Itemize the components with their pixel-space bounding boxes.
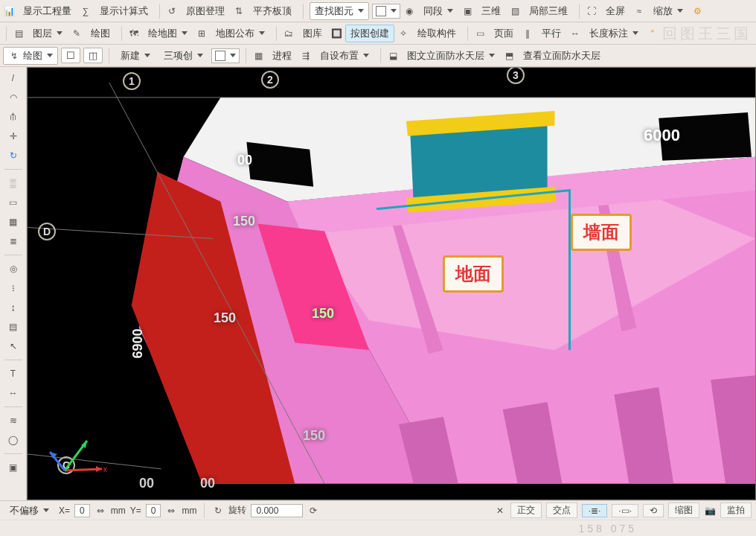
tb-create-by-draw[interactable]: 按图创建 — [345, 25, 394, 42]
dim-00-a: 00 — [237, 153, 252, 168]
status-y[interactable]: 0 — [146, 504, 161, 517]
side-text-icon[interactable]: T — [4, 366, 23, 382]
tb-lib[interactable]: 图库 — [298, 25, 327, 42]
tb3-create[interactable]: 新建 — [115, 47, 156, 65]
reset-icon: ↺ — [166, 5, 178, 17]
tb3-three[interactable]: 三项创 — [158, 47, 208, 65]
side-dim-icon[interactable]: ↔ — [4, 385, 23, 401]
tb3-draw[interactable]: ↯绘图 — [3, 47, 58, 65]
parallel-icon: ‖ — [522, 28, 534, 39]
generic-icon: 📊 — [3, 5, 15, 17]
lib-icon: 🗂 — [283, 28, 295, 39]
tb-display-qty[interactable]: 显示工程量 — [18, 2, 77, 20]
tb-draw[interactable]: 绘图 — [86, 25, 115, 42]
tb-find-elem[interactable]: 查找图元 — [310, 2, 369, 20]
tb-page[interactable]: 页面 — [489, 25, 519, 42]
side-grid-icon[interactable]: ▦ — [4, 214, 23, 230]
dim-00-b: 00 — [139, 476, 154, 491]
tb-same-segment[interactable]: 同段 — [418, 2, 458, 20]
pick-icon: ✧ — [397, 28, 409, 39]
map2-icon: ⊞ — [196, 28, 208, 39]
tb-map[interactable]: 绘地图 — [143, 25, 193, 42]
seg-btn-2[interactable]: ·▭· — [612, 504, 638, 517]
snap-icon[interactable]: ✕ — [494, 505, 506, 517]
viewport-3d[interactable]: 1 2 3 D C 150 150 150 150 6900 00 6000 0… — [27, 67, 756, 500]
callout-wall: 墙面 — [571, 214, 632, 251]
tb-layers[interactable]: 图层 — [28, 25, 68, 42]
status-snapshot[interactable]: 监拍 — [720, 502, 752, 518]
side-arc-icon[interactable]: ◠ — [4, 89, 23, 106]
circle-icon: ◉ — [403, 5, 415, 17]
status-rot[interactable]: 0.000 — [251, 504, 303, 517]
draw-icon: ✎ — [71, 28, 83, 39]
page-icon: ▭ — [474, 28, 486, 39]
side-db-icon[interactable]: ▤ — [4, 319, 23, 335]
side-cross-icon[interactable]: ✛ — [4, 128, 23, 144]
tb-map2[interactable]: 地图公布 — [211, 25, 270, 42]
status-intersect[interactable]: 交点 — [546, 502, 577, 518]
tb3-autolayout[interactable]: 自设布置 — [315, 47, 374, 65]
status-nooffset[interactable]: 不偏移 — [4, 502, 54, 520]
side-carc-icon[interactable]: ↻ — [4, 147, 23, 164]
grid-bubble-3: 3 — [507, 67, 525, 84]
status-x[interactable]: 0 — [74, 504, 90, 517]
rot-label: 旋转 — [228, 504, 246, 517]
side-layers-icon[interactable]: ≣ — [4, 233, 23, 249]
side-cursor-icon[interactable]: ↖ — [4, 338, 23, 354]
side-rect-icon[interactable]: ▭ — [4, 194, 23, 211]
callout-floor: 地面 — [443, 255, 504, 293]
tb3-facade-water[interactable]: 图文立面防水天层 — [402, 47, 500, 65]
tb-display-formula[interactable]: 显示计算式 — [94, 2, 153, 20]
status-bar: 不偏移 X= 0 ⇔ mm Y= 0 ⇔ mm ↻ 旋转 0.000 ⟳ ✕ 正… — [0, 500, 756, 520]
status-thumb[interactable]: 缩图 — [668, 502, 699, 518]
dim-6000: 6000 — [644, 126, 680, 145]
side-mirror-icon[interactable]: ⫛ — [4, 109, 23, 125]
camera-icon: 📷 — [704, 505, 716, 517]
seg-btn-1[interactable]: ·≣· — [582, 504, 608, 517]
tb3-view-facade[interactable]: 查看立面防水天层 — [518, 47, 606, 65]
side-scale-icon[interactable]: ↨ — [4, 299, 23, 316]
axis-gizmo[interactable]: x — [42, 426, 109, 495]
link-icon-2: ⇔ — [165, 505, 177, 517]
seg-btn-3[interactable]: ⟲ — [643, 504, 664, 517]
status-ortho[interactable]: 正交 — [510, 502, 542, 518]
side-mag-icon[interactable]: ◎ — [4, 261, 23, 277]
toolbar-row-3: ↯绘图 ☐ ◫ 新建 三项创 ▦ 进程 ⇶ 自设布置 ⬓ 图文立面防水天层 ⬒ … — [0, 45, 756, 67]
tb3-new[interactable]: ☐ — [61, 48, 80, 63]
toolbar-row-1: 📊 显示工程量 ∑ 显示计算式 ↺ 原图登理 ⇅ 平齐板顶 查找图元 ◉ 同段 … — [0, 0, 756, 22]
y-unit: mm — [182, 505, 196, 516]
tb-zoom[interactable]: 缩放 — [648, 2, 688, 20]
tb-parallel[interactable]: 平行 — [536, 25, 566, 42]
rotate-icon: ↻ — [212, 505, 224, 517]
link-icon: ⇔ — [94, 505, 106, 517]
tb-layerbox[interactable] — [372, 4, 400, 19]
x-unit: mm — [111, 505, 126, 516]
svg-marker-23 — [96, 466, 102, 472]
side-circ-icon[interactable]: ◯ — [4, 432, 23, 448]
more-icon[interactable]: “ — [647, 28, 659, 39]
tb-pick[interactable]: 绘取构件 — [412, 25, 461, 42]
tb-fullscreen[interactable]: 全屏 — [600, 2, 630, 20]
dim-150-d: 150 — [303, 428, 325, 444]
tb-3d[interactable]: 三维 — [476, 2, 506, 20]
y-label: Y= — [130, 505, 141, 516]
local3d-icon: ▧ — [509, 5, 521, 17]
side-meas-icon[interactable]: ≋ — [4, 412, 23, 429]
side-cube-icon[interactable]: ▣ — [4, 459, 23, 476]
settings-icon[interactable]: ⚙ — [691, 5, 703, 17]
side-line-icon[interactable]: / — [4, 70, 23, 86]
tb3-box[interactable] — [211, 48, 240, 63]
grid-bubble-2: 2 — [261, 71, 279, 89]
tb-local-3d[interactable]: 局部三维 — [524, 2, 573, 20]
side-palette-icon[interactable]: ░ — [4, 175, 23, 191]
align-icon: ⇅ — [233, 5, 245, 17]
rot-unit-icon: ⟳ — [307, 505, 319, 517]
tb-length-dim[interactable]: 长度标注 — [584, 25, 644, 42]
side-filter-icon[interactable]: ⫶ — [4, 280, 23, 296]
tb3-new2[interactable]: ◫ — [83, 48, 103, 63]
tb-align-top[interactable]: 平齐板顶 — [248, 2, 297, 20]
svg-marker-8 — [246, 142, 313, 187]
tb-orig-layer[interactable]: 原图登理 — [181, 2, 230, 20]
dim-150-a: 150 — [233, 214, 255, 229]
tb3-process[interactable]: 进程 — [267, 47, 297, 65]
